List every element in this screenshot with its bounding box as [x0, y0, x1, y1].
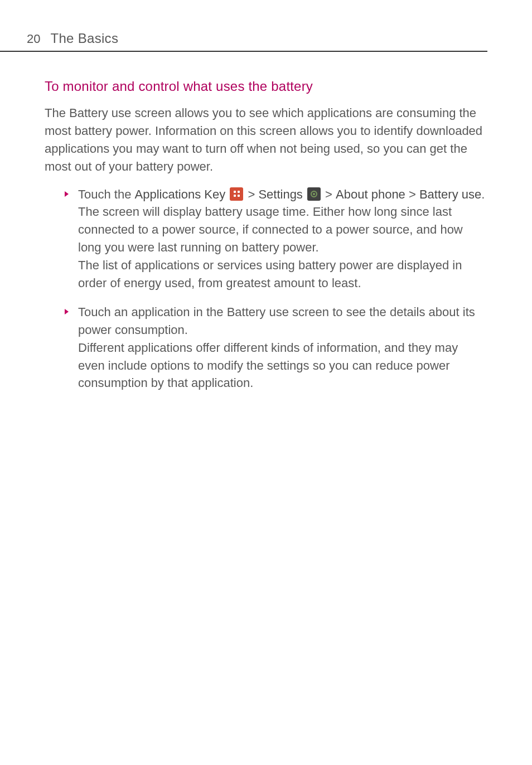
- header-title: The Basics: [50, 31, 118, 46]
- settings-icon: [307, 187, 321, 201]
- battery-use-label: Battery use: [419, 187, 481, 201]
- list-item: Touch an application in the Battery use …: [65, 303, 487, 392]
- applications-key-icon: [230, 187, 243, 201]
- main-content: To monitor and control what uses the bat…: [0, 52, 532, 392]
- about-phone-label: About phone: [336, 187, 405, 201]
- separator-gt: >: [244, 187, 258, 201]
- bullet-list: Touch the Applications Key > Settings > …: [45, 186, 487, 393]
- intro-paragraph: The Battery use screen allows you to see…: [45, 104, 487, 176]
- bullet-text-2a: Touch an application in the Battery use …: [78, 305, 475, 337]
- settings-label: Settings: [258, 187, 303, 201]
- triangle-bullet-icon: [65, 191, 69, 197]
- bullet-text-1a: Touch the: [78, 187, 135, 201]
- page-header: 20 The Basics: [0, 0, 487, 52]
- page-number: 20: [27, 32, 40, 46]
- bullet-text-1c: The list of applications or services usi…: [78, 258, 462, 290]
- triangle-bullet-icon: [65, 309, 69, 314]
- separator-gt: >: [322, 187, 336, 201]
- section-heading: To monitor and control what uses the bat…: [45, 79, 487, 94]
- list-item: Touch the Applications Key > Settings > …: [65, 186, 487, 292]
- bullet-text-2b: Different applications offer different k…: [78, 341, 458, 390]
- separator-gt: >: [405, 187, 419, 201]
- applications-key-label: Applications Key: [135, 187, 226, 201]
